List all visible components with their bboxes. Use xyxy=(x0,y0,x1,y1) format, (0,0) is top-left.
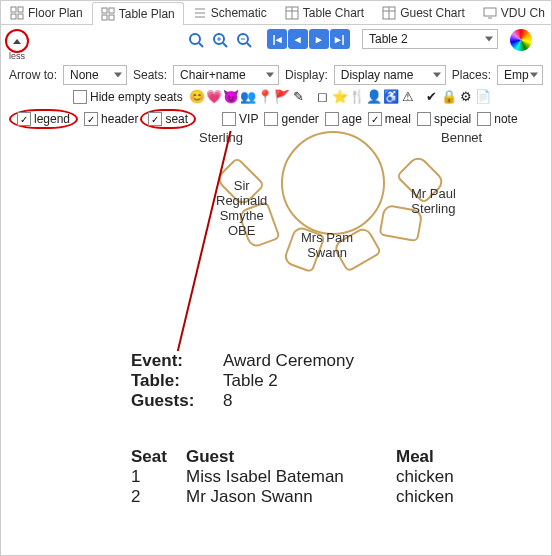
tab-floor-plan[interactable]: Floor Plan xyxy=(1,1,92,24)
special-checkbox[interactable]: special xyxy=(417,112,471,126)
col-seat: Seat xyxy=(131,447,186,467)
tab-table-plan[interactable]: Table Plan xyxy=(92,2,184,25)
zoom-out-icon xyxy=(235,31,253,49)
legend-block: Event:Award Ceremony Table:Table 2 Guest… xyxy=(1,351,551,411)
svg-line-24 xyxy=(223,43,227,47)
svg-rect-0 xyxy=(11,7,16,12)
nav-last-button[interactable]: ▸| xyxy=(330,29,350,49)
places-select[interactable]: Emp xyxy=(497,65,543,85)
lock-icon[interactable]: 🔒 xyxy=(441,89,457,105)
icon-palette: 😊💗😈👥📍🚩✎ ◻⭐🍴👤♿⚠ ✔🔒⚙📄 xyxy=(189,89,491,105)
grid-icon xyxy=(10,6,24,20)
table-shape[interactable] xyxy=(281,131,385,235)
annotation-arrow xyxy=(1,131,551,351)
cutlery-icon[interactable]: 🍴 xyxy=(349,89,365,105)
svg-line-27 xyxy=(247,43,251,47)
monitor-icon xyxy=(483,6,497,20)
svg-rect-2 xyxy=(11,14,16,19)
guest-label: Mr Paul Sterling xyxy=(411,187,456,217)
tab-label: VDU Ch xyxy=(501,6,545,20)
tab-schematic[interactable]: Schematic xyxy=(184,1,276,24)
nav-prev-button[interactable]: ◂ xyxy=(288,29,308,49)
nav-next-button[interactable]: ▸ xyxy=(309,29,329,49)
display-flags-row: ✓legend ✓header ✓seat VIP gender age ✓me… xyxy=(1,107,551,131)
seat-checkbox[interactable]: ✓seat xyxy=(148,112,188,126)
tab-label: Table Chart xyxy=(303,6,364,20)
tab-table-chart[interactable]: Table Chart xyxy=(276,1,373,24)
seat-list: Seat Guest Meal 1 Miss Isabel Bateman ch… xyxy=(1,441,551,507)
person-icon[interactable]: 👤 xyxy=(366,89,382,105)
tab-vdu[interactable]: VDU Ch xyxy=(474,1,552,24)
vip-checkbox[interactable]: VIP xyxy=(222,112,258,126)
nav-first-button[interactable]: |◂ xyxy=(267,29,287,49)
svg-rect-3 xyxy=(18,14,23,19)
guest-label: Sir Reginald Smythe OBE xyxy=(216,179,267,239)
meal-checkbox[interactable]: ✓meal xyxy=(368,112,411,126)
zoom-in-button[interactable] xyxy=(209,29,231,51)
zoom-fit-button[interactable] xyxy=(185,29,207,51)
display-label: Display: xyxy=(285,68,328,82)
doc-icon[interactable]: 📄 xyxy=(475,89,491,105)
tab-label: Floor Plan xyxy=(28,6,83,20)
age-checkbox[interactable]: age xyxy=(325,112,362,126)
zoom-fit-icon xyxy=(187,31,205,49)
tab-label: Table Plan xyxy=(119,7,175,21)
hide-empty-seats-checkbox[interactable]: Hide empty seats xyxy=(73,90,183,104)
tab-guest-chart[interactable]: Guest Chart xyxy=(373,1,474,24)
svg-line-28 xyxy=(161,131,233,351)
svg-rect-6 xyxy=(102,15,107,20)
table-row: 2 Mr Jason Swann chicken xyxy=(131,487,551,507)
table-select-value: Table 2 xyxy=(369,32,408,46)
arrow-to-select[interactable]: None xyxy=(63,65,127,85)
arrow-to-label: Arrow to: xyxy=(9,68,57,82)
col-guest: Guest xyxy=(186,447,396,467)
col-meal: Meal xyxy=(396,447,496,467)
smile-icon[interactable]: 😊 xyxy=(189,89,205,105)
less-button[interactable] xyxy=(5,29,29,53)
zoom-out-button[interactable] xyxy=(233,29,255,51)
check-icon[interactable]: ✔ xyxy=(424,89,440,105)
warn-icon[interactable]: ⚠ xyxy=(400,89,416,105)
options-row-2: Hide empty seats 😊💗😈👥📍🚩✎ ◻⭐🍴👤♿⚠ ✔🔒⚙📄 xyxy=(1,87,551,107)
color-wheel-button[interactable] xyxy=(510,29,532,51)
svg-point-19 xyxy=(190,34,200,44)
notes-checkbox[interactable]: note xyxy=(477,112,517,126)
options-row: Arrow to: None Seats: Chair+name Display… xyxy=(1,63,551,87)
seats-select[interactable]: Chair+name xyxy=(173,65,279,85)
pen-icon[interactable]: ✎ xyxy=(291,89,307,105)
pin-icon[interactable]: 📍 xyxy=(257,89,273,105)
header-checkbox[interactable]: ✓header xyxy=(84,112,138,126)
seats-label: Seats: xyxy=(133,68,167,82)
display-select[interactable]: Display name xyxy=(334,65,446,85)
purple-icon[interactable]: 😈 xyxy=(223,89,239,105)
grid-icon xyxy=(101,7,115,21)
places-label: Places: xyxy=(452,68,491,82)
legend-event-key: Event: xyxy=(131,351,211,371)
svg-rect-5 xyxy=(109,8,114,13)
tab-bar: Floor Plan Table Plan Schematic Table Ch… xyxy=(1,1,551,25)
heart-icon[interactable]: 💗 xyxy=(206,89,222,105)
table-select[interactable]: Table 2 xyxy=(362,29,498,49)
gender-checkbox[interactable]: gender xyxy=(264,112,318,126)
flag-icon[interactable]: 🚩 xyxy=(274,89,290,105)
star-icon[interactable]: ⭐ xyxy=(332,89,348,105)
toolbar: less |◂ ◂ ▸ ▸| Table 2 xyxy=(1,25,551,63)
legend-guests-key: Guests: xyxy=(131,391,211,411)
legend-guests-val: 8 xyxy=(223,391,232,411)
svg-rect-1 xyxy=(18,7,23,12)
table-icon xyxy=(382,6,396,20)
svg-rect-17 xyxy=(484,8,496,16)
svg-rect-4 xyxy=(102,8,107,13)
legend-table-key: Table: xyxy=(131,371,211,391)
table-row: 1 Miss Isabel Bateman chicken xyxy=(131,467,551,487)
group-icon[interactable]: 👥 xyxy=(240,89,256,105)
tab-label: Schematic xyxy=(211,6,267,20)
legend-checkbox[interactable]: ✓legend xyxy=(17,112,70,126)
zoom-in-icon xyxy=(211,31,229,49)
square-icon[interactable]: ◻ xyxy=(315,89,331,105)
table-canvas[interactable]: Sterling Sir Reginald Smythe OBE Mrs Pam… xyxy=(1,131,551,351)
wheelchair-icon[interactable]: ♿ xyxy=(383,89,399,105)
tab-label: Guest Chart xyxy=(400,6,465,20)
gear-icon[interactable]: ⚙ xyxy=(458,89,474,105)
svg-line-20 xyxy=(199,43,203,47)
